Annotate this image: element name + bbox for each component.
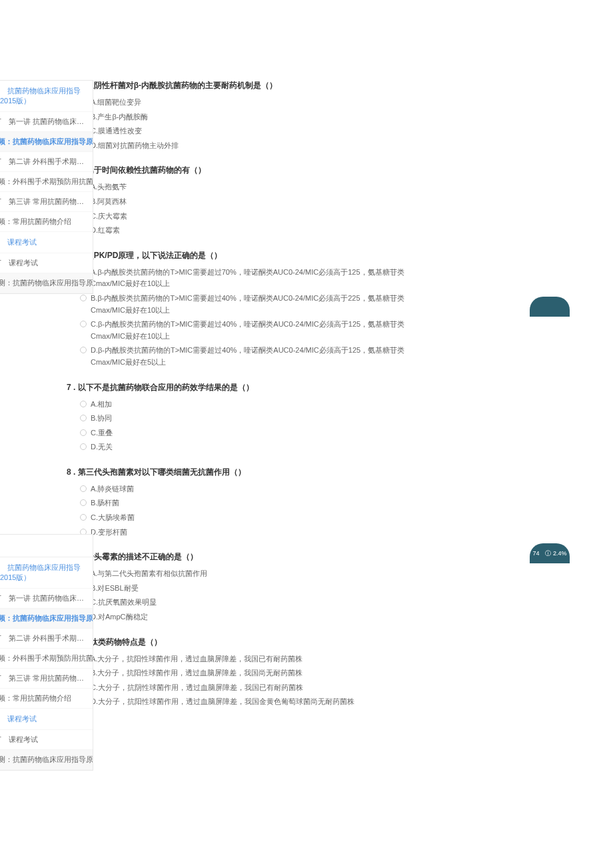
option[interactable]: A.与第二代头孢菌素有相似抗菌作用: [67, 567, 426, 581]
option[interactable]: B.阿莫西林: [67, 195, 426, 209]
video-label: 视频：外科围手术期预防用抗菌药物: [0, 177, 93, 187]
chapter-1[interactable]: 第一章 抗菌药物临床应用指导原则（2015版）: [0, 81, 93, 112]
chapter-2b[interactable]: 第二章 课程考试: [0, 709, 93, 730]
video-3b[interactable]: 视频：常用抗菌药物介绍: [0, 689, 93, 709]
option-text: C.大肠埃希菌: [91, 512, 426, 524]
section-3[interactable]: 第三节 第三讲 常用抗菌药物介绍: [0, 192, 93, 212]
option-text: D.β-内酰胺类抗菌药物的T>MIC需要超过40%，喹诺酮类AUC0-24/MI…: [91, 345, 426, 368]
option-text: C.重叠: [91, 427, 426, 439]
selftest[interactable]: 自测：抗菌药物临床应用指导原则（…: [0, 273, 93, 293]
floating-badge-bottom[interactable]: 74 ⓘ 2.4%: [530, 543, 570, 563]
option-text: B.β-内酰胺类抗菌药物的T>MIC需要超过40%，喹诺酮类AUC0-24/MI…: [91, 293, 426, 316]
option[interactable]: D.无关: [67, 440, 426, 455]
section-1b[interactable]: 第一节 第一讲 抗菌药物临床应用指导原则…: [0, 589, 93, 609]
option[interactable]: B.对ESBL耐受: [67, 581, 426, 596]
video-label: 视频：抗菌药物临床应用指导原则整…: [0, 613, 93, 623]
option[interactable]: C.抗厌氧菌效果明显: [67, 595, 426, 610]
radio-icon: [80, 499, 87, 506]
option[interactable]: C.β-内酰胺类抗菌药物的T>MIC需要超过40%，喹诺酮类AUC0-24/MI…: [67, 317, 426, 343]
option[interactable]: D.红霉素: [67, 223, 426, 238]
option-text: B.对ESBL耐受: [91, 583, 426, 595]
question-10: 10 . 糖肽类药物特点是（）A.大分子，抗阳性球菌作用，透过血脑屏障差，我国已…: [67, 637, 426, 709]
question-title: 7 . 以下不是抗菌药物联合应用的药效学结果的是（）: [67, 382, 426, 393]
question-title: 9 . 关于头霉素的描述不正确的是（）: [67, 551, 426, 563]
option[interactable]: C.庆大霉素: [67, 209, 426, 224]
radio-icon: [80, 347, 87, 353]
option-text: A.头孢氨苄: [91, 181, 426, 193]
question-list: 4 . 革兰阴性杆菌对β-内酰胺抗菌药物的主要耐药机制是（）A.细菌靶位变异B.…: [67, 80, 426, 721]
question-7: 7 . 以下不是抗菌药物联合应用的药效学结果的是（）A.相加B.协同C.重叠D.…: [67, 382, 426, 455]
option[interactable]: B.肠杆菌: [67, 496, 426, 511]
selftest-b[interactable]: 自测：抗菌药物临床应用指导原则（…: [0, 750, 93, 770]
question-4: 4 . 革兰阴性杆菌对β-内酰胺抗菌药物的主要耐药机制是（）A.细菌靶位变异B.…: [67, 80, 426, 153]
option[interactable]: A.β-内酰胺类抗菌药物的T>MIC需要超过70%，喹诺酮类AUC0-24/MI…: [67, 265, 426, 291]
radio-icon: [80, 321, 87, 327]
option[interactable]: D.大分子，抗阳性球菌作用，透过血脑屏障差，我国金黄色葡萄球菌尚无耐药菌株: [67, 695, 426, 709]
video-2[interactable]: 视频：外科围手术期预防用抗菌药物: [0, 172, 93, 192]
option[interactable]: B.大分子，抗阳性球菌作用，透过血脑屏障差，我国尚无耐药菌株: [67, 666, 426, 681]
option-text: A.细菌靶位变异: [91, 97, 426, 109]
section-4b[interactable]: 第一节 课程考试: [0, 730, 93, 750]
video-1[interactable]: 视频：抗菌药物临床应用指导原则整…: [0, 132, 93, 152]
chapter-label: 第二章 课程考试: [0, 237, 37, 247]
radio-icon: [80, 485, 87, 492]
option-text: A.大分子，抗阳性球菌作用，透过血脑屏障差，我国已有耐药菌株: [91, 653, 426, 665]
option-text: C.庆大霉素: [91, 211, 426, 223]
question-9: 9 . 关于头霉素的描述不正确的是（）A.与第二代头孢菌素有相似抗菌作用B.对E…: [67, 551, 426, 624]
option[interactable]: A.头孢氨苄: [67, 180, 426, 195]
section-4[interactable]: 第一节 课程考试: [0, 253, 93, 273]
video-label: 视频：抗菌药物临床应用指导原则整…: [0, 137, 93, 147]
section-2[interactable]: 第二节 第二讲 外科围手术期预防用抗菌药物: [0, 152, 93, 172]
floating-badge-top[interactable]: [530, 297, 570, 317]
option[interactable]: C.重叠: [67, 426, 426, 441]
chapter-2[interactable]: 第二章 课程考试: [0, 232, 93, 253]
option[interactable]: D.细菌对抗菌药物主动外排: [67, 139, 426, 153]
chapter-label: 第二章 课程考试: [0, 714, 37, 724]
option-text: A.与第二代头孢菌素有相似抗菌作用: [91, 568, 426, 580]
question-title: 6 . 按照PK/PD原理，以下说法正确的是（）: [67, 250, 426, 261]
selftest-label: 自测：抗菌药物临床应用指导原则（…: [0, 278, 93, 288]
option-text: D.对AmpC酶稳定: [91, 611, 426, 623]
option-text: B.阿莫西林: [91, 196, 426, 208]
question-title: 5 . 不属于时间依赖性抗菌药物的有（）: [67, 165, 426, 176]
option[interactable]: C.膜通透性改变: [67, 124, 426, 139]
option-text: D.细菌对抗菌药物主动外排: [91, 140, 426, 152]
question-6: 6 . 按照PK/PD原理，以下说法正确的是（）A.β-内酰胺类抗菌药物的T>M…: [67, 250, 426, 370]
video-2b[interactable]: 视频：外科围手术期预防用抗菌药物: [0, 649, 93, 669]
question-title: 4 . 革兰阴性杆菌对β-内酰胺抗菌药物的主要耐药机制是（）: [67, 80, 426, 91]
option[interactable]: A.大分子，抗阳性球菌作用，透过血脑屏障差，我国已有耐药菌株: [67, 652, 426, 667]
option[interactable]: A.肺炎链球菌: [67, 482, 426, 497]
option-text: C.抗厌氧菌效果明显: [91, 597, 426, 609]
section-3b[interactable]: 第三节 第三讲 常用抗菌药物介绍: [0, 669, 93, 689]
option[interactable]: C.大肠埃希菌: [67, 511, 426, 525]
option[interactable]: D.对AmpC酶稳定: [67, 610, 426, 625]
option-text: A.肺炎链球菌: [91, 483, 426, 495]
section-2b[interactable]: 第二节 第二讲 外科围手术期预防用抗菌药物: [0, 629, 93, 649]
chapter-label: 第一章 抗菌药物临床应用指导原则（2015版）: [0, 563, 86, 583]
option[interactable]: B.β-内酰胺类抗菌药物的T>MIC需要超过40%，喹诺酮类AUC0-24/MI…: [67, 291, 426, 317]
radio-icon: [80, 415, 87, 421]
chapter-1b[interactable]: 第一章 抗菌药物临床应用指导原则（2015版）: [0, 557, 93, 589]
option[interactable]: A.相加: [67, 397, 426, 412]
radio-icon: [80, 429, 87, 436]
option[interactable]: B.协同: [67, 411, 426, 426]
question-title: 8 . 第三代头孢菌素对以下哪类细菌无抗菌作用（）: [67, 467, 426, 478]
video-label: 视频：常用抗菌药物介绍: [0, 693, 71, 703]
sidebar-toc-bottom: 目录 第一章 抗菌药物临床应用指导原则（2015版） 第一节 第一讲 抗菌药物临…: [0, 534, 93, 771]
radio-icon: [80, 295, 87, 301]
option-text: C.β-内酰胺类抗菌药物的T>MIC需要超过40%，喹诺酮类AUC0-24/MI…: [91, 319, 426, 342]
option-text: B.产生β-内酰胺酶: [91, 111, 426, 123]
sidebar-toc-top: 第一章 抗菌药物临床应用指导原则（2015版） 第一节 第一讲 抗菌药物临床应用…: [0, 80, 93, 294]
option[interactable]: B.产生β-内酰胺酶: [67, 110, 426, 125]
section-1[interactable]: 第一节 第一讲 抗菌药物临床应用指导原则…: [0, 112, 93, 132]
video-1b[interactable]: 视频：抗菌药物临床应用指导原则整…: [0, 609, 93, 629]
option-text: A.β-内酰胺类抗菌药物的T>MIC需要超过70%，喹诺酮类AUC0-24/MI…: [91, 267, 426, 290]
video-3[interactable]: 视频：常用抗菌药物介绍: [0, 212, 93, 232]
option[interactable]: D.β-内酰胺类抗菌药物的T>MIC需要超过40%，喹诺酮类AUC0-24/MI…: [67, 343, 426, 369]
option[interactable]: A.细菌靶位变异: [67, 95, 426, 110]
option-text: C.膜通透性改变: [91, 125, 426, 137]
option[interactable]: D.变形杆菌: [67, 525, 426, 540]
badge-text: 74 ⓘ 2.4%: [532, 549, 566, 558]
option-text: D.红霉素: [91, 225, 426, 237]
option[interactable]: C.大分子，抗阴性球菌作用，透过血脑屏障差，我国已有耐药菌株: [67, 681, 426, 695]
